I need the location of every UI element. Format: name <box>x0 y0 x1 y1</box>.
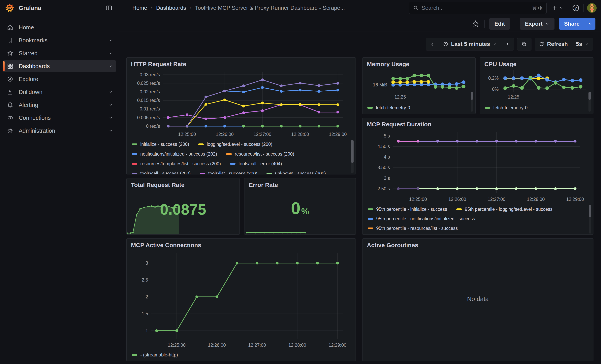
svg-text:3 s: 3 s <box>384 176 390 181</box>
sidebar-item-drilldown[interactable]: Drilldown <box>3 86 116 98</box>
scrollbar-thumb[interactable] <box>351 140 354 163</box>
header-actions: ⌘+k ? <box>409 0 597 16</box>
favorite-star-button[interactable] <box>472 20 480 28</box>
panel-title[interactable]: MCP Active Connections <box>131 242 201 249</box>
legend-item[interactable]: resources/templates/list - success (200) <box>132 161 221 167</box>
gear-icon <box>6 127 14 135</box>
sidebar-item-dashboards[interactable]: Dashboards <box>3 60 116 72</box>
svg-text:12:27:00: 12:27:00 <box>254 132 271 137</box>
svg-text:12:29:00: 12:29:00 <box>329 343 346 348</box>
breadcrumb-dashboards[interactable]: Dashboards <box>156 5 186 11</box>
panel-title[interactable]: Total Request Rate <box>131 182 185 188</box>
panel-cpu-usage: CPU Usage 0.2%0%12:25 fetch-telemetry-0 <box>480 58 593 114</box>
time-controls: Last 5 minutes Refresh 5s <box>426 38 593 50</box>
time-range-picker[interactable]: Last 5 minutes <box>439 38 501 50</box>
svg-text:12:27:00: 12:27:00 <box>248 343 266 348</box>
legend-swatch <box>200 173 205 174</box>
legend-item[interactable]: 95th percentile - resources/list - succe… <box>368 226 458 231</box>
legend-item[interactable]: - (streamable-http) <box>132 352 178 358</box>
panel-title[interactable]: Error Rate <box>249 182 278 188</box>
edit-button[interactable]: Edit <box>489 18 510 30</box>
panel-mcp-active-connections: MCP Active Connections 11.522.5312:25:00… <box>126 238 356 361</box>
panel-total-request-rate: Total Request Rate 0.0875 <box>126 178 240 235</box>
legend-swatch <box>132 354 137 356</box>
legend-scrollbar[interactable] <box>471 92 473 112</box>
time-shift-back-button[interactable] <box>426 38 439 50</box>
legend-swatch <box>198 143 204 145</box>
legend-item[interactable]: tools/call - success (200) <box>132 171 190 174</box>
scrollbar-thumb[interactable] <box>589 205 591 217</box>
help-button[interactable]: ? <box>572 4 580 12</box>
time-shift-forward-button[interactable] <box>501 38 514 50</box>
legend-item[interactable]: fetch-telemetry-0 <box>367 105 410 110</box>
legend-label: 95th percentile - initialize - success <box>376 207 447 212</box>
svg-text:16 MiB: 16 MiB <box>373 82 387 88</box>
legend-scrollbar[interactable] <box>351 140 354 173</box>
refresh-interval-picker[interactable]: 5s <box>572 38 593 50</box>
search-box[interactable]: ⌘+k <box>409 2 547 14</box>
star-icon <box>472 20 480 28</box>
scrollbar-thumb[interactable] <box>471 92 473 100</box>
sidebar-item-label: Drilldown <box>19 89 42 95</box>
svg-text:12:28:00: 12:28:00 <box>288 343 306 348</box>
share-split-button: Share <box>559 18 595 30</box>
divider <box>568 4 568 12</box>
legend-item[interactable]: unknown - success (200) <box>267 171 326 174</box>
legend-item[interactable]: 95th percentile - logging/setLevel - suc… <box>456 207 552 212</box>
legend-item[interactable]: notifications/initialized - success (202… <box>132 151 217 157</box>
cpu-usage-chart: 0.2%0%12:25 <box>482 68 590 101</box>
sidebar-item-connections[interactable]: Connections <box>3 112 116 124</box>
zoom-out-button[interactable] <box>517 38 531 50</box>
legend-label: 95th percentile - logging/setLevel - suc… <box>465 207 552 212</box>
svg-text:12:29:00: 12:29:00 <box>329 132 347 137</box>
legend-swatch <box>456 208 462 210</box>
legend-label: tools/call - success (200) <box>140 171 190 174</box>
user-avatar[interactable] <box>587 3 597 13</box>
plug-icon <box>6 114 14 122</box>
legend-item[interactable]: initialize - success (200) <box>132 142 189 147</box>
panel-title[interactable]: Memory Usage <box>367 61 409 68</box>
panel-title[interactable]: Active Goroutines <box>367 242 418 249</box>
export-button[interactable]: Export <box>520 18 554 30</box>
panel-title[interactable]: CPU Usage <box>484 61 517 68</box>
svg-text:12:26:00: 12:26:00 <box>208 343 226 348</box>
sidebar-item-home[interactable]: Home <box>3 21 116 34</box>
sidebar-item-alerting[interactable]: Alerting <box>3 99 116 111</box>
legend-item[interactable]: 95th percentile - notifications/initiali… <box>368 216 475 222</box>
panel-title[interactable]: MCP Request Duration <box>367 121 431 128</box>
scrollbar-thumb[interactable] <box>589 92 591 100</box>
refresh-button[interactable]: Refresh <box>535 38 572 50</box>
grafana-logo-icon[interactable] <box>5 3 14 12</box>
svg-text:12:25:00: 12:25:00 <box>168 343 186 348</box>
search-input[interactable] <box>421 5 529 11</box>
panel-title[interactable]: HTTP Request Rate <box>131 61 186 68</box>
chevron-down-icon <box>109 90 113 94</box>
zoom-out-icon <box>521 41 527 47</box>
legend-item[interactable]: tools/call - error (404) <box>230 161 282 167</box>
zoom-out-group <box>517 38 531 50</box>
breadcrumb-home[interactable]: Home <box>132 5 147 11</box>
legend-item[interactable]: tools/list - success (200) <box>200 171 257 174</box>
breadcrumb: Home › Dashboards › ToolHive MCP Server … <box>132 0 345 16</box>
search-shortcut: ⌘+k <box>532 5 542 11</box>
chevron-down-icon <box>109 38 113 42</box>
share-menu-button[interactable] <box>585 18 595 30</box>
legend-item[interactable]: fetch-telemetry-0 <box>485 105 528 110</box>
legend-scrollbar[interactable] <box>589 205 591 234</box>
dock-sidebar-button[interactable] <box>104 3 114 13</box>
sidebar-item-starred[interactable]: Starred <box>3 47 116 59</box>
legend-scrollbar[interactable] <box>589 92 591 112</box>
legend-item[interactable]: 95th percentile - initialize - success <box>368 207 447 212</box>
legend-item[interactable]: logging/setLevel - success (200) <box>198 142 272 147</box>
share-button[interactable]: Share <box>559 18 585 30</box>
legend-label: resources/templates/list - success (200) <box>140 161 221 167</box>
legend-row: 95th percentile - initialize - success95… <box>368 205 587 214</box>
home-icon <box>6 24 14 31</box>
sidebar-item-explore[interactable]: Explore <box>3 73 116 85</box>
sidebar-item-administration[interactable]: Administration <box>3 125 116 137</box>
chevron-down-icon <box>559 6 563 10</box>
sidebar-item-bookmarks[interactable]: Bookmarks <box>3 34 116 47</box>
add-new-button[interactable] <box>550 3 564 12</box>
legend-label: notifications/initialized - success (202… <box>140 151 217 157</box>
legend-item[interactable]: resources/list - success (200) <box>226 151 294 157</box>
